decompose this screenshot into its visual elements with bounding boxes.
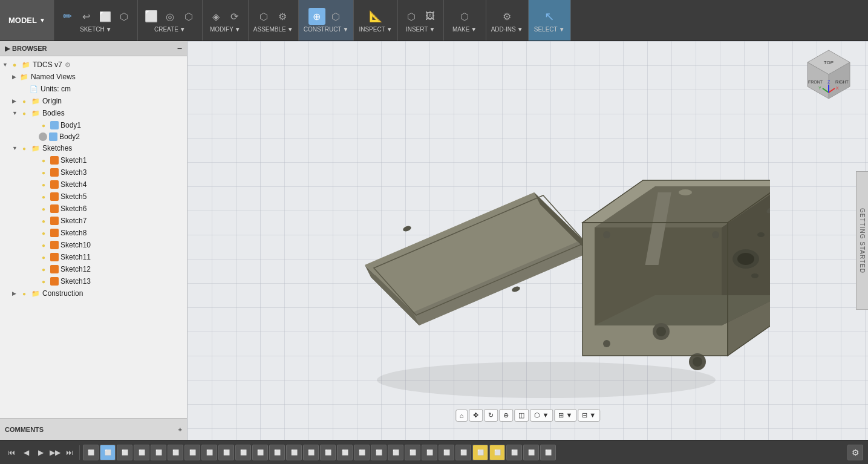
feature-btn-25[interactable]: ⬜ [489,445,505,460]
sketch11-icon [50,253,59,261]
browser-expand-icon[interactable]: ▶ [5,45,10,53]
feature-btn-14[interactable]: ⬜ [303,445,319,460]
modify-group[interactable]: ◈ ⟳ MODIFY ▼ [203,0,249,41]
construct-icons: ⊕ ⬡ [308,8,344,25]
sketch6-icon [50,204,59,213]
tree-sketches[interactable]: ▼ ● 📁 Sketches [0,142,187,154]
timeline-next-btn[interactable]: ▶▶ [48,446,62,459]
svg-text:X: X [836,86,839,90]
getting-started-tab[interactable]: GETTING STARTED [856,171,868,310]
comments-expand-icon[interactable]: + [178,426,182,433]
construction-name: Construction [42,289,83,298]
inspect-group[interactable]: 📐 INSPECT ▼ [354,0,397,41]
tree-sketch4[interactable]: ▶ ● Sketch4 [0,178,187,191]
feature-btn-7[interactable]: ⬜ [184,445,200,460]
feature-btn-3[interactable]: ⬜ [117,445,132,460]
origin-visibility-icon: ● [19,96,29,106]
add-ins-label: ADD-INS ▼ [491,26,523,33]
bottom-bar: ⏮ ◀ ▶ ▶▶ ⏭ ⬜ ⬜ ⬜ ⬜ ⬜ ⬜ ⬜ ⬜ ⬜ ⬜ ⬜ ⬜ ⬜ ⬜ ⬜… [0,440,868,464]
named-views-arrow: ▶ [12,74,19,80]
vp-home-btn[interactable]: ⌂ [455,410,468,422]
feature-btn-10[interactable]: ⬜ [235,445,251,460]
tree-origin[interactable]: ▶ ● 📁 Origin [0,95,187,107]
feature-btn-5[interactable]: ⬜ [151,445,166,460]
tree-named-views[interactable]: ▶ 📁 Named Views [0,71,187,83]
feature-btn-23[interactable]: ⬜ [455,445,471,460]
feature-btn-6[interactable]: ⬜ [168,445,183,460]
feature-btn-24[interactable]: ⬜ [472,445,488,460]
nav-cube[interactable]: TOP RIGHT FRONT X Y Z [801,47,856,102]
vp-display-btn[interactable]: ⬡ ▼ [530,409,553,422]
make-group[interactable]: ⬡ MAKE ▼ [444,0,486,41]
tree-construction[interactable]: ▶ ● 📁 Construction [0,287,187,299]
getting-started-label: GETTING STARTED [859,208,866,273]
tree-sketch3[interactable]: ▶ ● Sketch3 [0,166,187,178]
sketch-icon-2: ↩ [78,8,95,25]
tree-sketch5[interactable]: ▶ ● Sketch5 [0,191,187,203]
tree-sketch13[interactable]: ▶ ● Sketch13 [0,275,187,287]
tree-sketch12[interactable]: ▶ ● Sketch12 [0,263,187,275]
feature-btn-4[interactable]: ⬜ [134,445,149,460]
tree-body1[interactable]: ▶ ● Body1 [0,119,187,131]
feature-btn-15[interactable]: ⬜ [320,445,336,460]
feature-btn-28[interactable]: ⬜ [540,445,556,460]
sketch-group[interactable]: ✏ ↩ ⬜ ⬡ SKETCH ▼ [54,0,138,41]
timeline-start-btn[interactable]: ⏮ [5,446,18,459]
insert-group[interactable]: ⬡ 🖼 INSERT ▼ [398,0,444,41]
feature-btn-19[interactable]: ⬜ [388,445,403,460]
root-arrow: ▼ [2,62,10,68]
timeline-prev-btn[interactable]: ◀ [19,446,33,459]
tree-body2[interactable]: ▶ Body2 [0,131,187,142]
vp-fit-btn[interactable]: ◫ [514,409,529,422]
sketch10-name: Sketch10 [60,241,91,249]
feature-btn-18[interactable]: ⬜ [371,445,387,460]
feature-btn-8[interactable]: ⬜ [201,445,217,460]
tree-sketch8[interactable]: ▶ ● Sketch8 [0,227,187,239]
vp-zoom-btn[interactable]: ⊕ [499,409,513,422]
feature-btn-13[interactable]: ⬜ [286,445,302,460]
feature-btn-1[interactable]: ⬜ [83,445,99,460]
feature-btn-22[interactable]: ⬜ [439,445,454,460]
nav-cube-svg: TOP RIGHT FRONT X Y Z [801,47,856,102]
tree-units[interactable]: ▶ 📄 Units: cm [0,83,187,95]
vp-grid-btn[interactable]: ⊞ ▼ [554,409,576,422]
feature-btn-27[interactable]: ⬜ [523,445,539,460]
tree-sketch11[interactable]: ▶ ● Sketch11 [0,251,187,263]
viewport[interactable]: TOP RIGHT FRONT X Y Z ⌂ ✥ ↻ ⊕ ◫ ⬡ ▼ ⊞ ▼ … [188,41,868,440]
feature-btn-9[interactable]: ⬜ [218,445,234,460]
units-icon: 📄 [29,84,39,94]
tree-sketch1[interactable]: ▶ ● Sketch1 [0,154,187,166]
modify-icon-1: ◈ [207,8,224,25]
browser-collapse-icon[interactable]: − [177,44,182,53]
root-settings-icon[interactable]: ⚙ [65,61,71,69]
feature-btn-16[interactable]: ⬜ [337,445,353,460]
select-group[interactable]: ↖ SELECT ▼ [529,0,571,41]
model-dropdown-button[interactable]: MODEL ▼ [0,0,54,41]
sketches-arrow: ▼ [12,145,19,151]
feature-btn-17[interactable]: ⬜ [354,445,370,460]
timeline-play-btn[interactable]: ▶ [34,446,47,459]
tree-root[interactable]: ▼ ● 📁 TDCS v7 ⚙ [0,59,187,71]
tree-bodies[interactable]: ▼ ● 📁 Bodies [0,107,187,119]
tree-sketch10[interactable]: ▶ ● Sketch10 [0,239,187,251]
feature-btn-26[interactable]: ⬜ [506,445,522,460]
sketches-name: Sketches [42,144,72,152]
construct-group[interactable]: ⊕ ⬡ CONSTRUCT ▼ [299,0,354,41]
timeline-end-btn[interactable]: ⏭ [63,446,76,459]
construct-icon-2: ⬡ [327,8,344,25]
vp-orbit-btn[interactable]: ↻ [484,409,498,422]
feature-btn-21[interactable]: ⬜ [422,445,437,460]
feature-btn-20[interactable]: ⬜ [405,445,420,460]
tree-sketch7[interactable]: ▶ ● Sketch7 [0,215,187,227]
tree-sketch6[interactable]: ▶ ● Sketch6 [0,203,187,215]
vp-visual-btn[interactable]: ⊟ ▼ [578,409,600,422]
add-ins-group[interactable]: ⚙ ADD-INS ▼ [486,0,529,41]
feature-btn-11[interactable]: ⬜ [252,445,268,460]
sketch8-icon [50,229,59,237]
feature-btn-2[interactable]: ⬜ [100,445,116,460]
feature-btn-12[interactable]: ⬜ [269,445,285,460]
assemble-group[interactable]: ⬡ ⚙ ASSEMBLE ▼ [249,0,299,41]
settings-button[interactable]: ⚙ [847,445,863,460]
create-group[interactable]: ⬜ ◎ ⬡ CREATE ▼ [138,0,203,41]
vp-pan-btn[interactable]: ✥ [469,409,483,422]
